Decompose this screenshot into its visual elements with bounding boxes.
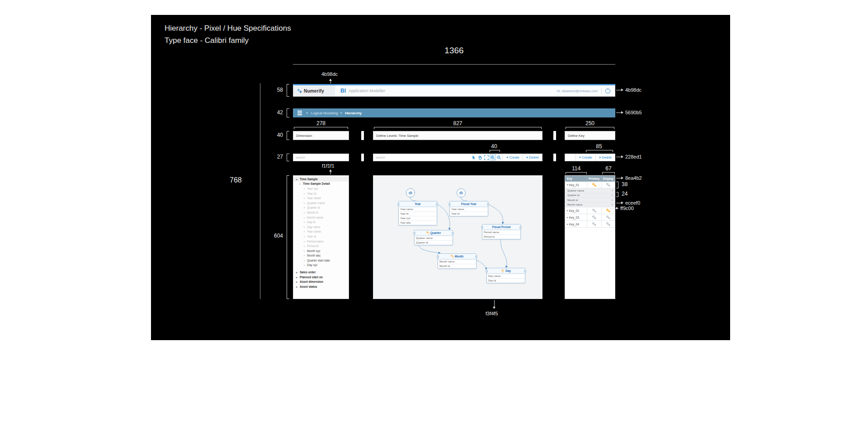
entity-attribute: Year id	[450, 211, 488, 216]
entity-year[interactable]: Year Year name Year id Year xyz Year abc	[398, 201, 437, 225]
tree-item-label: Year id	[307, 235, 316, 238]
display-key-icon[interactable]	[606, 183, 610, 187]
tree-item[interactable]: Month xyz	[293, 248, 349, 253]
key-row-key03[interactable]: ▸Key_03	[565, 214, 615, 221]
entity-attribute: Year id	[399, 211, 437, 216]
app-title: Application Modeller	[349, 89, 385, 93]
actions-width-bracket	[586, 150, 613, 152]
create-button[interactable]: + Create	[502, 154, 522, 161]
tree-item[interactable]: Asset status	[293, 284, 349, 289]
tree-item[interactable]: Year id	[293, 191, 349, 196]
pan-hand-icon[interactable]	[477, 154, 483, 160]
power-icon[interactable]	[605, 89, 610, 94]
menu-icon[interactable]	[297, 112, 302, 113]
delete-button[interactable]: × Delete	[523, 154, 542, 161]
tree-item[interactable]: Month name	[293, 215, 349, 220]
tree-item-icon	[303, 240, 307, 243]
tree-item-label: Planned start on	[300, 276, 323, 279]
toolbar-hue-arrow	[616, 157, 623, 157]
display-key-icon[interactable]	[606, 222, 610, 226]
tree-item[interactable]: Quarter name	[293, 201, 349, 206]
zoom-out-icon[interactable]	[496, 154, 502, 160]
primary-key-icon[interactable]	[592, 209, 596, 213]
key-member-row[interactable]: Month name ×	[565, 203, 615, 208]
entity-day[interactable]: Day Day name Day id	[486, 268, 525, 283]
tree-item[interactable]: Time Sample Detail	[293, 182, 349, 187]
search-input[interactable]	[293, 156, 327, 159]
tree-item[interactable]: Sales order	[293, 270, 349, 275]
tree-item-label: Sales order	[300, 271, 316, 274]
remove-icon[interactable]: ×	[611, 194, 615, 196]
display-key-icon[interactable]	[606, 215, 610, 220]
key-member-row[interactable]: Month id ×	[565, 198, 615, 203]
key-col-width-bracket	[566, 172, 587, 174]
zoom-in-icon[interactable]	[490, 154, 496, 160]
key-row-key01[interactable]: ▾Key_01	[565, 182, 615, 188]
primary-key-icon[interactable]	[592, 215, 596, 220]
time-hierarchy-node-icon[interactable]	[406, 188, 415, 197]
tree-item[interactable]: Year name	[293, 229, 349, 234]
pointer-icon[interactable]	[471, 154, 477, 160]
tree-item-label: Asset dimension	[300, 280, 323, 283]
expand-icon[interactable]: ▸	[567, 216, 568, 219]
tree-item[interactable]: Quarter start date	[293, 258, 349, 263]
tree-item[interactable]: Period id	[293, 243, 349, 248]
expand-icon[interactable]: ▾	[567, 183, 568, 186]
key-row-key02[interactable]: ▸Key_02	[565, 207, 615, 214]
search-input[interactable]	[373, 156, 407, 159]
tree-item[interactable]: Month abc	[293, 253, 349, 258]
dimension-search	[293, 154, 349, 161]
breadcrumb-item-hierarchy[interactable]: Hierarchy	[345, 111, 362, 115]
tree-item[interactable]: Quarter id	[293, 206, 349, 210]
breadcrumb-item-logical-modeling[interactable]: Logical Modeling	[311, 111, 338, 115]
key-icon	[426, 231, 429, 234]
tree-item[interactable]: Year name	[293, 196, 349, 201]
toolbar-hue-label: 228ed1	[625, 154, 642, 160]
key-row-key04[interactable]: ▸Key_04	[565, 221, 615, 228]
fit-screen-icon[interactable]	[483, 154, 490, 160]
entity-fiscal-year[interactable]: Fiscal Year Year name Year id	[449, 201, 488, 216]
key-member-row[interactable]: Quarter name ×	[565, 188, 615, 193]
app-header: Numerify BI Application Modeller Hi, ldb…	[293, 84, 615, 97]
tree-item[interactable]: Day name	[293, 225, 349, 229]
primary-key-icon[interactable]	[592, 222, 596, 226]
dimension-tree: Time Sample Time Sample Detail Year xyz …	[293, 175, 349, 299]
model-canvas[interactable]: Year Year name Year id Year xyz Year abc…	[373, 175, 542, 299]
entity-fiscal-period[interactable]: Fiscal Period Period name Period id	[482, 224, 521, 239]
delete-button[interactable]: × Delete	[595, 154, 615, 161]
entity-month[interactable]: Month Month name Month id	[438, 253, 476, 269]
time-hierarchy-node-icon[interactable]	[457, 188, 466, 197]
tree-item[interactable]: Planned start on	[293, 275, 349, 280]
left-panel-header: Dimension	[293, 131, 349, 140]
tree-item-icon	[303, 187, 307, 190]
tree-item[interactable]: Day xyz	[293, 263, 349, 268]
tree-item[interactable]: Period name	[293, 239, 349, 244]
entity-title: Year	[399, 201, 437, 207]
primary-key-icon[interactable]	[592, 183, 596, 187]
expand-icon[interactable]: ▸	[567, 223, 568, 225]
create-button[interactable]: + Create	[575, 154, 595, 161]
tree-item-icon	[299, 182, 303, 185]
tree-item[interactable]: Asset dimension	[293, 279, 349, 284]
key-member-row[interactable]: Quarter id ×	[565, 193, 615, 198]
remove-icon[interactable]: ×	[611, 199, 615, 201]
actions-width-label: 85	[585, 144, 613, 150]
entity-quarter[interactable]: Quarter Quarter name Quarter id	[414, 230, 453, 245]
panel-header-height-label: 40	[270, 132, 283, 138]
tree-item[interactable]: Day id	[293, 220, 349, 225]
tree-item-icon	[303, 220, 307, 224]
levels-toolbar: + Create × Delete	[373, 154, 542, 161]
title-block: Hierarchy - Pixel / Hue Specifications T…	[165, 23, 291, 45]
tree-item[interactable]: Month id	[293, 210, 349, 215]
display-key-icon[interactable]	[606, 209, 610, 213]
remove-icon[interactable]: ×	[611, 189, 615, 192]
tree-item[interactable]: Year id	[293, 234, 349, 239]
define-key-table: Key Primary Display ▾Key_01 Quarter name…	[565, 175, 615, 299]
remove-icon[interactable]: ×	[611, 203, 615, 206]
tree-item[interactable]: Time Sample	[293, 177, 349, 182]
tree-item[interactable]: Year xyz	[293, 186, 349, 191]
tree-item-icon	[303, 259, 307, 262]
fork-icon	[501, 269, 505, 273]
expand-icon[interactable]: ▸	[567, 209, 568, 212]
tree-item-label: Quarter id	[307, 206, 320, 209]
